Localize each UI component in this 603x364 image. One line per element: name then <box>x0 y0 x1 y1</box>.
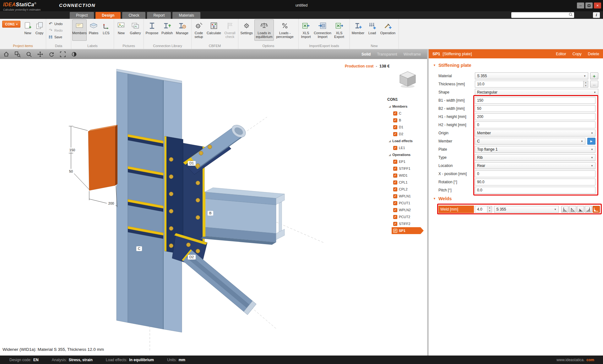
close-button[interactable]: × <box>594 3 601 8</box>
member-select[interactable]: C ▼ <box>475 138 585 145</box>
weld-type-fillet-left-button[interactable] <box>561 206 568 213</box>
weld-type-fillet-button[interactable] <box>569 206 576 213</box>
zoom-fit-icon[interactable] <box>60 51 66 57</box>
copy-project-item-button[interactable]: Copy <box>34 19 45 41</box>
display-mode-transparent[interactable]: Transparent <box>377 52 397 56</box>
zoom-icon[interactable] <box>26 51 32 57</box>
location-select[interactable]: Rear ▼ <box>475 162 595 169</box>
checkbox-checked-icon[interactable]: ✓ <box>393 118 397 122</box>
tree-item-d2[interactable]: ✓D2 <box>385 131 427 137</box>
minimize-button[interactable]: – <box>577 3 584 8</box>
thickness-detail-button[interactable]: ... <box>590 81 598 88</box>
pick-member-button[interactable]: ▶ <box>587 138 595 145</box>
undo-button[interactable]: ↶ Undo <box>47 21 64 26</box>
stepper-down-icon[interactable]: ▼ <box>487 209 492 212</box>
tree-item-pcut2[interactable]: ✓PCUT2 <box>385 213 427 220</box>
tab-check[interactable]: Check <box>122 12 145 19</box>
manage-button[interactable]: Manage <box>175 19 189 41</box>
display-mode-wireframe[interactable]: Wireframe <box>404 52 421 56</box>
checkbox-checked-icon[interactable]: ✓ <box>393 215 397 219</box>
b1-width-input[interactable]: 150 <box>475 97 595 104</box>
search-input[interactable] <box>513 13 568 17</box>
maximize-button[interactable] <box>585 3 593 8</box>
thickness-input[interactable]: 10.0 <box>475 81 584 88</box>
website-link[interactable]: www.ideastatica.com <box>557 358 594 362</box>
new-project-item-button[interactable]: New <box>22 19 33 41</box>
info-button[interactable]: i <box>593 12 600 18</box>
tree-item-stiff1[interactable]: ✓STIFF1 <box>385 165 427 172</box>
tab-design[interactable]: Design <box>95 12 121 19</box>
tree-item-b[interactable]: ✓B <box>385 117 427 124</box>
add-material-button[interactable]: + <box>590 72 598 79</box>
tab-materials[interactable]: Materials <box>172 12 200 19</box>
display-mode-solid[interactable]: Solid <box>361 52 371 56</box>
checkbox-checked-icon[interactable]: ✓ <box>393 160 397 164</box>
stiffening-plate-sp1[interactable] <box>88 125 117 190</box>
tree-item-ep1[interactable]: ✓EP1 <box>385 158 427 165</box>
rotate-view-icon[interactable] <box>48 51 55 57</box>
tree-item-cpl2[interactable]: ✓CPL2 <box>385 186 427 193</box>
checkbox-checked-icon[interactable]: ✓ <box>393 201 397 205</box>
stepper-down-icon[interactable]: ▼ <box>584 84 588 87</box>
member-beam-b[interactable] <box>200 188 285 245</box>
type-select[interactable]: Rib ▼ <box>475 154 595 161</box>
weld-size-stepper[interactable]: ▲ ▼ <box>487 206 492 213</box>
checkbox-checked-icon[interactable]: ✓ <box>393 194 397 198</box>
tree-root-con1[interactable]: CON1 <box>385 96 427 103</box>
b2-width-input[interactable]: 50 <box>475 105 595 112</box>
save-button[interactable]: Save <box>47 34 64 40</box>
weld-type-double-fillet-button[interactable] <box>577 206 584 213</box>
section-collapse-icon[interactable]: ▼ <box>433 197 436 200</box>
section-stiffening-plate[interactable]: ▼ Stiffening plate <box>433 63 471 68</box>
member-diagonal-d1[interactable] <box>190 122 248 169</box>
gallery-button[interactable]: Gallery <box>128 19 143 41</box>
checkbox-checked-icon[interactable]: ✓ <box>393 111 397 115</box>
lcs-labels-button[interactable]: LCS <box>100 19 112 41</box>
orientation-cube[interactable] <box>397 67 419 89</box>
checkbox-checked-icon[interactable]: ✓ <box>393 174 397 178</box>
tree-group-members[interactable]: ◢ Members <box>385 103 427 110</box>
shape-select[interactable]: Rectangular ▼ <box>475 89 598 96</box>
tree-item-stiff2[interactable]: ✓STIFF2 <box>385 220 427 227</box>
tab-project[interactable]: Project <box>70 12 94 19</box>
checkbox-checked-icon[interactable]: ✓ <box>393 222 397 226</box>
model-3d-scene[interactable]: 150 50 200 D1 B C D2 <box>0 59 427 356</box>
tab-report[interactable]: Report <box>147 12 171 19</box>
publish-button[interactable]: Publish <box>160 19 174 41</box>
propose-button[interactable]: Propose <box>145 19 159 41</box>
pan-icon[interactable] <box>37 51 43 57</box>
tree-item-wpln1[interactable]: ✓WPLN1 <box>385 193 427 200</box>
shading-icon[interactable] <box>71 51 77 57</box>
delete-operation-button[interactable]: Delete <box>588 52 599 56</box>
model-viewport[interactable]: Solid Transparent Wireframe <box>0 49 427 356</box>
x-position-input[interactable]: 0 <box>475 170 595 177</box>
new-member-button[interactable]: Member <box>351 19 365 41</box>
pitch-input[interactable]: 0.0 <box>475 187 595 194</box>
checkbox-checked-icon[interactable]: ✓ <box>393 180 397 185</box>
search-box[interactable] <box>511 12 574 18</box>
plate-select[interactable]: Top flange 1 ▼ <box>475 146 595 153</box>
loads-percentage-button[interactable]: Loads - percentage <box>274 19 295 41</box>
tree-item-d1[interactable]: ✓D1 <box>385 124 427 131</box>
xls-import-button[interactable]: XLS Import <box>300 19 312 41</box>
h1-height-input[interactable]: 200 <box>475 113 595 120</box>
checkbox-checked-icon[interactable]: ✓ <box>393 187 397 191</box>
tree-group-load-effects[interactable]: ◢ Load effects <box>385 137 427 144</box>
settings-button[interactable]: Settings <box>239 19 254 41</box>
rotation-input[interactable]: 90.0 <box>475 179 595 185</box>
weld-type-corner-button-active[interactable] <box>593 206 600 213</box>
tree-item-c[interactable]: ✓C <box>385 110 427 117</box>
stepper-up-icon[interactable]: ▲ <box>487 206 492 209</box>
checkbox-checked-icon[interactable]: ✓ <box>393 208 397 212</box>
redo-button[interactable]: ↷ Redo <box>47 28 64 33</box>
weld-material-select[interactable]: S 355 ▼ <box>494 206 559 213</box>
connection-selector-button[interactable]: CON1 ▾ <box>2 21 20 28</box>
thickness-stepper[interactable]: ▲ ▼ <box>584 81 588 88</box>
checkbox-checked-icon[interactable]: ✓ <box>393 125 397 129</box>
zoom-window-icon[interactable] <box>14 51 21 57</box>
tree-item-cpl1[interactable]: ✓CPL1 <box>385 179 427 186</box>
checkbox-checked-icon[interactable]: ✓ <box>393 229 397 233</box>
section-collapse-icon[interactable]: ▼ <box>433 64 436 67</box>
home-view-icon[interactable] <box>3 51 9 57</box>
new-picture-button[interactable]: New <box>115 19 128 41</box>
